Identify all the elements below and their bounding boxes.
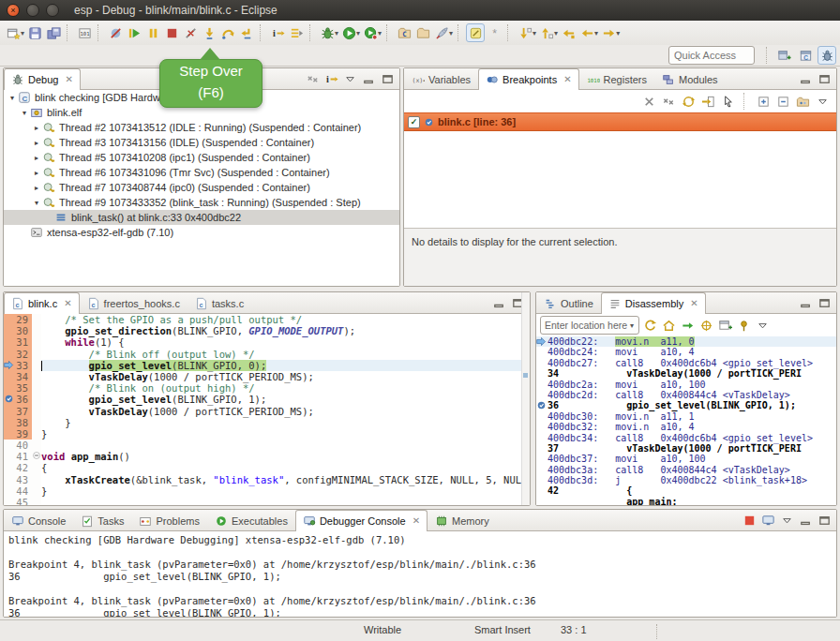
disassembly-line-6[interactable]: 36 gpio_set_level(BLINK_GPIO, 1); (536, 400, 836, 410)
tab-registers[interactable]: 1010Registers (579, 68, 654, 90)
tree-expander-icon[interactable]: ▸ (32, 169, 41, 177)
tab-blink-c-close-icon[interactable]: ✕ (64, 298, 71, 308)
gutter-line-41[interactable]: 41 (4, 451, 32, 462)
view-menu-button[interactable] (815, 94, 831, 110)
save-all-button[interactable] (44, 23, 63, 42)
max-btn-button[interactable] (817, 71, 832, 87)
disassembly-line-11[interactable]: 400dbc37: movi a10, 100 (536, 454, 836, 464)
tree-expander-icon[interactable]: ▸ (32, 154, 41, 162)
code-line-36[interactable]: 36 gpio_set_level(BLINK_GPIO, 1); (4, 394, 530, 405)
external-tools-dropdown[interactable]: ▾ (378, 29, 382, 37)
debug-tree-item-7[interactable]: ▾Thread #9 1073433352 (blink_task : Runn… (4, 195, 399, 210)
tab-executables[interactable]: Executables (207, 510, 295, 531)
code-line-40[interactable]: 40 (4, 440, 530, 451)
remove-terminated-button[interactable] (305, 71, 321, 87)
gutter-line-35[interactable]: 35 (4, 382, 32, 394)
disassembly-line-13[interactable]: 400dbc3d: j 0x400dbc22 <blink_task+18> (536, 475, 836, 485)
disassembly-listing[interactable]: 400dbc22: movi.n a11, 0400dbc24: movi a1… (536, 336, 836, 505)
tab-disassembly-close-icon[interactable]: ✕ (690, 298, 698, 308)
tab-debug[interactable]: Debug✕ (4, 68, 81, 90)
console-output[interactable]: blink checking [GDB Hardware Debugging] … (4, 531, 836, 617)
location-combo-arrow[interactable]: ▾ (630, 321, 634, 330)
bp-show-supported-button[interactable] (681, 94, 697, 110)
tab-disassembly[interactable]: Disassembly✕ (601, 292, 706, 314)
gutter-line-42[interactable]: 42 (4, 462, 32, 473)
gutter-line-29[interactable]: 29 (4, 314, 32, 325)
disassembly-line-12[interactable]: 400dbc3a: call8 0x400844c4 <vTaskDelay> (536, 465, 836, 475)
bp-link-button[interactable] (720, 94, 736, 110)
tree-expander-icon[interactable]: ▸ (32, 184, 41, 192)
save-button[interactable] (25, 23, 44, 42)
open-element-button[interactable]: C (395, 23, 413, 42)
disassembly-line-10[interactable]: 37 vTaskDelay(1000 / portTICK_PERI (536, 443, 836, 454)
new-wizard-button[interactable] (4, 23, 22, 42)
tab-modules[interactable]: Modules (654, 68, 726, 90)
code-line-45[interactable]: 45 (4, 497, 530, 505)
skip-all-breakpoints-button[interactable] (106, 23, 125, 42)
code-line-39[interactable]: 39} (4, 428, 530, 440)
tab-breakpoints[interactable]: Breakpoints✕ (478, 68, 578, 90)
breakpoints-list[interactable]: ✓blink.c [line: 36] (404, 112, 836, 131)
next-annotation-dropdown[interactable]: ▾ (532, 29, 536, 37)
run-button[interactable] (339, 23, 358, 42)
last-edit-location-button[interactable] (559, 23, 578, 42)
view-menu-button[interactable] (342, 71, 358, 87)
view-menu-button[interactable] (779, 513, 795, 529)
code-line-35[interactable]: 35 /* Blink on (output high) */ (4, 382, 530, 394)
disassembly-line-3[interactable]: 34 vTaskDelay(1000 / portTICK_PERI (536, 368, 836, 379)
min-btn-button[interactable] (361, 71, 377, 87)
code-line-38[interactable]: 38 } (4, 417, 530, 428)
track-expr-button[interactable] (698, 318, 714, 334)
gutter-line-36[interactable]: 36 (4, 394, 32, 405)
gutter-line-31[interactable]: 31 (4, 336, 32, 348)
annotations-button[interactable]: * (485, 23, 503, 42)
instruction-stepping-button[interactable]: i (323, 71, 339, 87)
new-view-button[interactable] (717, 318, 733, 334)
new-wizard-dropdown[interactable]: ▾ (21, 29, 24, 37)
code-line-33[interactable]: 33 gpio_set_level(BLINK_GPIO, 0); (4, 360, 530, 371)
fold-column[interactable] (32, 451, 41, 462)
display-console-button[interactable] (760, 513, 776, 529)
code-line-43[interactable]: 43 xTaskCreate(&blink_task, "blink_task"… (4, 474, 530, 485)
next-annotation-button[interactable] (516, 23, 534, 42)
previous-annotation-dropdown[interactable]: ▾ (554, 29, 558, 37)
debug-perspective-button[interactable] (818, 46, 836, 65)
gutter-line-43[interactable]: 43 (4, 474, 32, 485)
debug-tree-item-3[interactable]: ▸Thread #3 1073413156 (IDLE) (Suspended … (4, 135, 399, 150)
gutter-line-37[interactable]: 37 (4, 406, 32, 417)
code-line-32[interactable]: 32 /* Blink off (output low) */ (4, 349, 530, 360)
debug-tree-item-2[interactable]: ▸Thread #2 1073413512 (IDLE : Running) (… (4, 120, 399, 135)
disassembly-line-8[interactable]: 400dbc32: movi.n a10, 4 (536, 422, 836, 432)
disconnect-button[interactable] (181, 23, 200, 42)
code-line-44[interactable]: 44} (4, 485, 530, 497)
max-btn-button[interactable] (817, 513, 832, 529)
view-menu-button[interactable] (755, 318, 771, 334)
gutter-line-40[interactable]: 40 (4, 440, 32, 451)
gutter-line-30[interactable]: 30 (4, 325, 32, 336)
external-tools-button[interactable] (361, 23, 380, 42)
launch-rocket-dropdown[interactable]: ▾ (449, 29, 453, 37)
tab-problems[interactable]: Problems (131, 510, 206, 531)
disassembly-line-0[interactable]: 400dbc22: movi.n a11, 0 (536, 336, 836, 347)
tab-debug-close-icon[interactable]: ✕ (65, 74, 72, 84)
open-resource-button[interactable] (413, 23, 432, 42)
tab-outline[interactable]: Outline (536, 292, 601, 314)
debug-tree-item-9[interactable]: xtensa-esp32-elf-gdb (7.10) (4, 225, 399, 240)
tree-expander-icon[interactable]: ▸ (32, 139, 41, 147)
step-return-button[interactable] (237, 23, 256, 42)
bp-groupby-button[interactable] (795, 94, 811, 110)
max-btn-button[interactable] (817, 295, 832, 311)
debug-tree-item-6[interactable]: ▸Thread #7 1073408744 (ipc0) (Suspended … (4, 180, 399, 195)
gutter-line-32[interactable]: 32 (4, 349, 32, 360)
location-combo[interactable]: Enter location here ▾ (540, 316, 639, 335)
home-button[interactable] (661, 318, 677, 334)
debug-tree-item-8[interactable]: blink_task() at blink.c:33 0x400dbc22 (4, 210, 399, 225)
terminate-button[interactable] (162, 23, 181, 42)
quick-access-input[interactable] (668, 46, 755, 65)
min-btn-button[interactable] (798, 71, 814, 87)
tab-debugger-console-close-icon[interactable]: ✕ (412, 515, 420, 526)
tab-tasks[interactable]: Tasks (73, 510, 131, 531)
open-perspective-button[interactable] (774, 46, 793, 65)
step-over-button[interactable] (218, 23, 237, 42)
resume-button[interactable] (125, 23, 143, 42)
